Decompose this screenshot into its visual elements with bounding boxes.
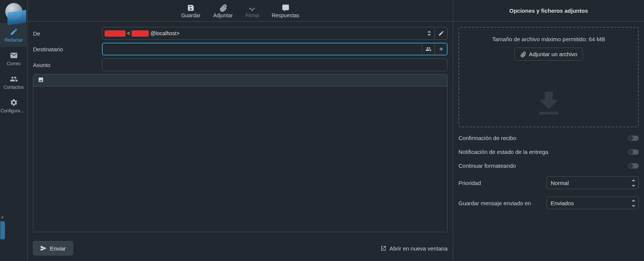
open-new-window-label: Abrir en nueva ventana bbox=[389, 245, 448, 252]
priority-label: Prioridad bbox=[458, 180, 481, 186]
contacts-icon bbox=[425, 46, 431, 52]
max-size-hint: Tamaño de archivo máximo permitido: 64 M… bbox=[464, 36, 633, 42]
image-icon bbox=[37, 77, 45, 83]
mail-icon bbox=[10, 51, 18, 60]
redacted-local bbox=[132, 30, 149, 37]
editor bbox=[33, 74, 448, 232]
dsn-toggle[interactable] bbox=[628, 149, 639, 155]
plus-icon bbox=[438, 46, 444, 52]
responses-button[interactable]: Respuestas bbox=[270, 3, 302, 19]
paperclip-icon bbox=[520, 51, 526, 57]
from-identity: < @localhost> bbox=[105, 30, 180, 37]
contacts-icon bbox=[10, 75, 18, 83]
insert-image-button[interactable] bbox=[37, 77, 45, 84]
store-select[interactable]: Enviados bbox=[547, 197, 639, 209]
sidebar-item-contacts[interactable]: Contactos bbox=[0, 70, 28, 94]
external-link-icon bbox=[380, 245, 386, 251]
save-icon bbox=[187, 4, 195, 12]
app-logo bbox=[4, 2, 24, 22]
to-input-group bbox=[102, 43, 448, 55]
sidebar-label: Correo bbox=[1, 61, 27, 66]
signature-button[interactable]: Firma bbox=[243, 3, 261, 19]
toolbar-label: Adjuntar bbox=[213, 12, 233, 18]
attach-file-button[interactable]: Adjuntar un archivo bbox=[514, 48, 583, 61]
keep-format-toggle[interactable] bbox=[628, 163, 639, 169]
add-recipient-button[interactable] bbox=[434, 43, 447, 55]
toolbar-label: Respuestas bbox=[272, 12, 300, 18]
send-button[interactable]: Enviar bbox=[33, 241, 73, 255]
save-button[interactable]: Guardar bbox=[179, 3, 202, 19]
chevron-updown-icon bbox=[424, 27, 434, 39]
edit-identities-button[interactable] bbox=[434, 27, 447, 39]
subject-label: Asunto bbox=[33, 62, 102, 68]
priority-select[interactable]: Normal bbox=[547, 176, 639, 189]
redacted-name bbox=[105, 30, 126, 37]
options-header: Opciones y ficheros adjuntos bbox=[453, 0, 644, 22]
open-new-window-link[interactable]: Abrir en nueva ventana bbox=[380, 245, 448, 252]
store-value: Enviados bbox=[551, 200, 574, 206]
receipt-toggle[interactable] bbox=[628, 136, 639, 141]
compose-form: De < @localhost> Destinatario bbox=[28, 22, 453, 261]
sidebar-label: Configuraci… bbox=[1, 108, 27, 113]
toolbar-label: Firma bbox=[246, 12, 259, 18]
from-select[interactable]: < @localhost> bbox=[102, 27, 448, 40]
sidebar-item-compose[interactable]: Redactar bbox=[0, 23, 28, 47]
to-input[interactable] bbox=[102, 43, 422, 55]
compose-toolbar: Guardar Adjuntar Firma Respuestas bbox=[28, 0, 453, 22]
gear-icon bbox=[10, 98, 18, 107]
attachments-dropzone[interactable]: Tamaño de archivo máximo permitido: 64 M… bbox=[458, 27, 639, 127]
compose-icon bbox=[10, 28, 18, 36]
pencil-icon bbox=[438, 30, 444, 36]
speech-bubble-icon bbox=[282, 4, 290, 12]
send-label: Enviar bbox=[50, 245, 66, 252]
sidebar-label: Contactos bbox=[1, 85, 27, 90]
attach-file-label: Adjuntar un archivo bbox=[529, 51, 577, 57]
from-label: De bbox=[33, 30, 102, 37]
add-contact-button[interactable] bbox=[422, 43, 434, 55]
attach-button[interactable]: Adjuntar bbox=[211, 3, 235, 19]
dsn-label: Notificación de estado de la entrega bbox=[458, 149, 548, 155]
download-icon bbox=[533, 88, 565, 120]
keep-format-label: Continuar formateando bbox=[458, 163, 516, 169]
editor-toolbar bbox=[33, 75, 447, 87]
signature-icon bbox=[248, 4, 256, 12]
chevron-updown-icon bbox=[632, 179, 635, 187]
options-pane: Opciones y ficheros adjuntos Tamaño de a… bbox=[453, 0, 644, 261]
priority-value: Normal bbox=[551, 180, 569, 186]
to-label: Destinatario bbox=[33, 46, 102, 52]
store-label: Guardar mensaje enviado en bbox=[458, 200, 531, 206]
receipt-label: Confirmación de recibo bbox=[458, 135, 516, 141]
paperclip-icon bbox=[219, 4, 227, 12]
sidebar-label: Redactar bbox=[1, 37, 27, 43]
send-icon bbox=[40, 245, 47, 252]
sidebar-item-settings[interactable]: Configuraci… bbox=[0, 94, 28, 118]
toolbar-label: Guardar bbox=[181, 12, 200, 18]
sidebar-collapse-handle[interactable] bbox=[0, 221, 5, 240]
subject-input[interactable] bbox=[102, 59, 447, 71]
chevron-updown-icon bbox=[632, 200, 635, 207]
editor-body[interactable] bbox=[33, 87, 447, 232]
subject-input-group bbox=[102, 58, 448, 71]
sidebar-item-mail[interactable]: Correo bbox=[0, 47, 28, 70]
